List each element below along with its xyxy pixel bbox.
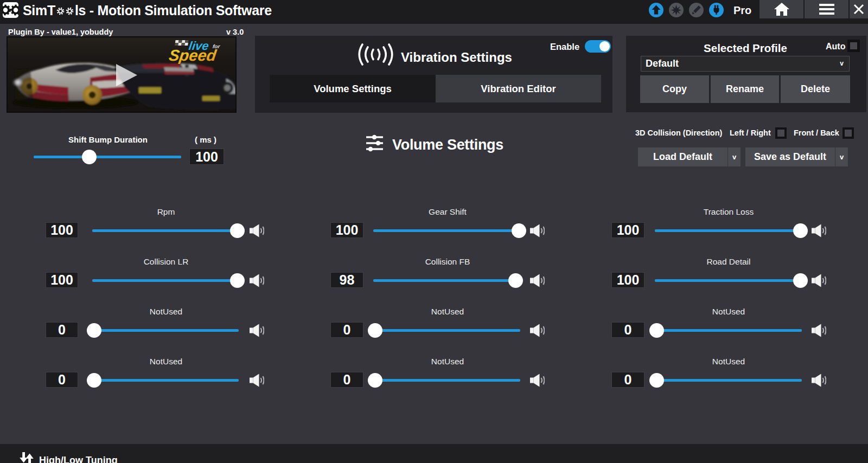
- svg-text:Speed: Speed: [168, 47, 218, 64]
